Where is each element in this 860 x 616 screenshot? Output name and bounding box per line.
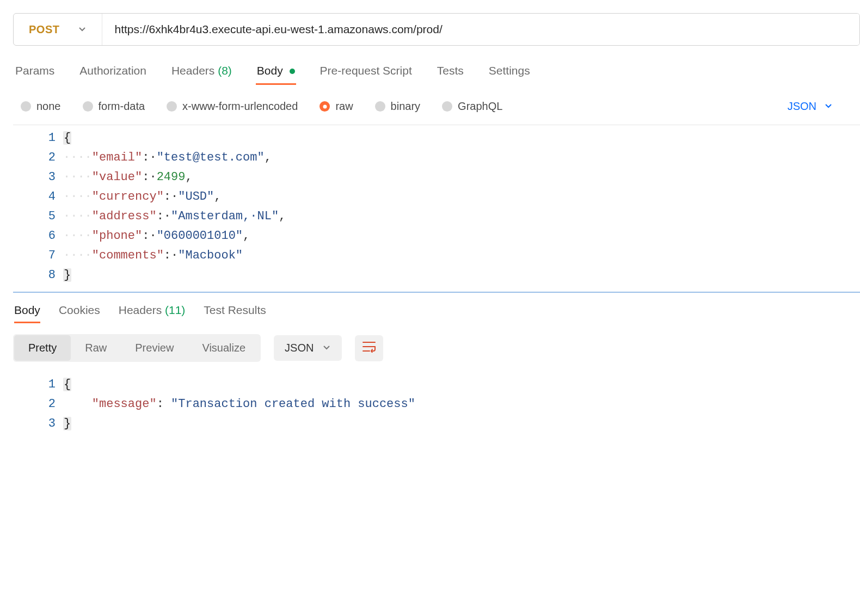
- http-method-label: POST: [29, 23, 59, 36]
- line-number: 1: [13, 128, 56, 148]
- radio-icon: [83, 101, 93, 112]
- resp-tab-headers[interactable]: Headers (11): [119, 304, 186, 323]
- tab-authorization[interactable]: Authorization: [78, 61, 148, 85]
- body-type-label: x-www-form-urlencoded: [182, 100, 298, 113]
- resp-tab-body[interactable]: Body: [14, 304, 40, 323]
- request-tabs: Params Authorization Headers (8) Body Pr…: [13, 61, 860, 85]
- radio-icon: [167, 101, 177, 112]
- response-body-viewer[interactable]: 1 2 3 { "message": "Transaction created …: [13, 368, 860, 437]
- resp-headers-count: (11): [165, 304, 185, 316]
- tab-tests[interactable]: Tests: [436, 61, 465, 85]
- body-type-label: none: [36, 100, 61, 113]
- headers-count: (8): [218, 64, 232, 77]
- body-type-form-data[interactable]: form-data: [83, 100, 145, 113]
- chevron-down-icon: [322, 342, 331, 354]
- line-number: 5: [13, 207, 56, 226]
- tab-params[interactable]: Params: [14, 61, 56, 85]
- wrap-lines-button[interactable]: [355, 335, 383, 361]
- body-type-label: raw: [335, 100, 353, 113]
- radio-icon: [320, 101, 330, 112]
- http-method-select[interactable]: POST: [14, 14, 102, 45]
- response-tabs: Body Cookies Headers (11) Test Results: [13, 293, 860, 329]
- view-preview[interactable]: Preview: [121, 335, 188, 361]
- tab-headers-label: Headers: [171, 64, 214, 77]
- body-indicator-dot: [290, 69, 295, 74]
- body-type-raw[interactable]: raw: [320, 100, 353, 113]
- resp-tab-cookies[interactable]: Cookies: [59, 304, 100, 323]
- line-number: 6: [13, 226, 56, 246]
- radio-icon: [375, 101, 385, 112]
- wrap-lines-icon: [362, 341, 376, 355]
- tab-settings[interactable]: Settings: [488, 61, 531, 85]
- view-pretty[interactable]: Pretty: [14, 335, 71, 361]
- line-gutter: 1 2 3: [13, 372, 63, 437]
- body-type-label: form-data: [99, 100, 145, 113]
- resp-tab-headers-label: Headers: [119, 304, 162, 316]
- tab-body-label: Body: [257, 64, 283, 77]
- body-type-label: binary: [391, 100, 420, 113]
- body-type-graphql[interactable]: GraphQL: [442, 100, 502, 113]
- code-content: { "message": "Transaction created with s…: [63, 372, 415, 437]
- radio-icon: [442, 101, 452, 112]
- view-raw[interactable]: Raw: [71, 335, 121, 361]
- line-number: 2: [13, 148, 56, 168]
- radio-icon: [21, 101, 31, 112]
- line-number: 7: [13, 246, 56, 266]
- response-language-select[interactable]: JSON: [274, 335, 342, 361]
- tab-body[interactable]: Body: [256, 61, 296, 85]
- tab-prerequest[interactable]: Pre-request Script: [319, 61, 413, 85]
- response-language-label: JSON: [285, 342, 314, 354]
- resp-tab-test-results[interactable]: Test Results: [204, 304, 266, 323]
- line-number: 8: [13, 266, 56, 285]
- view-visualize[interactable]: Visualize: [188, 335, 260, 361]
- code-content[interactable]: { ····"email":·"test@test.com", ····"val…: [63, 125, 286, 288]
- view-mode-group: Pretty Raw Preview Visualize: [13, 334, 261, 362]
- body-type-label: GraphQL: [458, 100, 502, 113]
- url-bar: POST: [13, 13, 860, 46]
- url-input[interactable]: [102, 14, 859, 45]
- body-language-select[interactable]: JSON: [788, 100, 852, 113]
- chevron-down-icon: [78, 23, 87, 36]
- body-type-binary[interactable]: binary: [375, 100, 420, 113]
- response-toolbar: Pretty Raw Preview Visualize JSON: [13, 329, 860, 368]
- request-body-editor[interactable]: 1 2 3 4 5 6 7 8 { ····"email":·"test@tes…: [13, 125, 860, 293]
- line-gutter: 1 2 3 4 5 6 7 8: [13, 125, 63, 288]
- tab-headers[interactable]: Headers (8): [170, 61, 233, 85]
- line-number: 4: [13, 187, 56, 207]
- line-number: 1: [13, 375, 56, 395]
- body-language-label: JSON: [788, 100, 816, 113]
- chevron-down-icon: [824, 100, 833, 113]
- body-type-row: none form-data x-www-form-urlencoded raw…: [13, 95, 860, 125]
- body-type-none[interactable]: none: [21, 100, 61, 113]
- body-type-urlencoded[interactable]: x-www-form-urlencoded: [167, 100, 298, 113]
- line-number: 3: [13, 168, 56, 187]
- line-number: 3: [13, 414, 56, 434]
- line-number: 2: [13, 395, 56, 414]
